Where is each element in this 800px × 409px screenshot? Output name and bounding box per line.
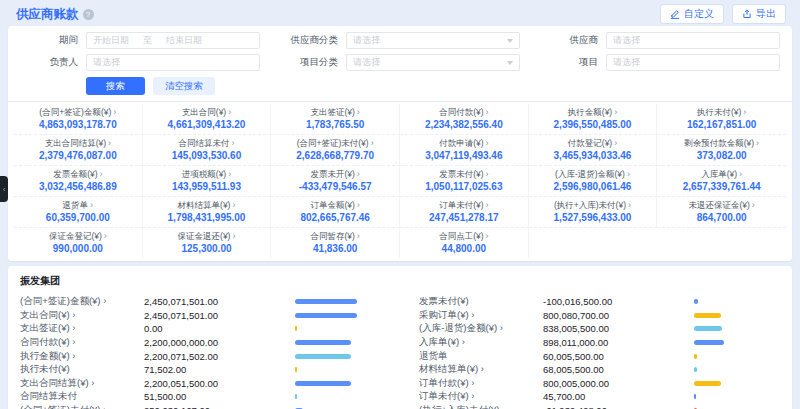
kpi-tile-value[interactable]: 2,379,476,087.00	[19, 150, 137, 161]
start-date-placeholder: 开始日期	[93, 34, 129, 47]
kpi-tile-value[interactable]: 990,000.00	[19, 243, 137, 254]
kpi-tile-value[interactable]: 247,451,278.17	[405, 212, 523, 223]
kpi-tile-value[interactable]: 2,596,980,061.46	[534, 181, 652, 192]
account-label[interactable]: 支出合同(¥) ›	[20, 309, 144, 322]
account-row: 订单付款(¥) ›800,005,000.00	[419, 377, 780, 391]
kpi-tile: 订单未付(¥)›247,451,278.17	[400, 197, 529, 228]
kpi-tile-value[interactable]: 143,959,511.93	[148, 181, 266, 192]
kpi-tile-value[interactable]: 3,047,119,493.46	[405, 150, 523, 161]
account-bar-track	[295, 394, 381, 399]
kpi-tile: 退货单›60,359,700.00	[14, 197, 143, 228]
account-label[interactable]: 订单付款(¥) ›	[419, 377, 543, 390]
kpi-tile-value[interactable]: 864,700.00	[662, 212, 781, 223]
account-label[interactable]: 合同付款(¥) ›	[20, 336, 144, 349]
kpi-tile: 发票未开(¥)›-433,479,546.57	[271, 166, 400, 197]
account-label[interactable]: 支出合同结算(¥) ›	[20, 377, 144, 390]
page-header: 供应商账款 自定义 导出	[0, 0, 800, 26]
filter-panel: 期间 开始日期 至 结束日期 供应商分类 请选择 供应商 请选择	[8, 26, 792, 101]
kpi-tile-label: 发票未开(¥)›	[276, 169, 394, 179]
kpi-tile-value[interactable]: 162,167,851.00	[662, 119, 781, 130]
account-value: 2,200,071,502.00	[144, 351, 218, 362]
kpi-tile-value[interactable]: 3,465,934,033.46	[534, 150, 652, 161]
kpi-tile-value[interactable]: 3,032,456,486.89	[19, 181, 137, 192]
date-range-input[interactable]: 开始日期 至 结束日期	[86, 32, 260, 49]
account-label[interactable]: 发票未付(¥)	[419, 295, 543, 308]
account-bar-track	[694, 354, 780, 359]
kpi-tile-label: (合同+签证)未付(¥)›	[276, 138, 394, 148]
kpi-tile-value[interactable]: 125,300.00	[148, 243, 266, 254]
kpi-tile-value[interactable]: 1,783,765.50	[276, 119, 394, 130]
kpi-tile-value[interactable]: -433,479,546.57	[276, 181, 394, 192]
kpi-tile-value[interactable]: 2,396,550,485.00	[534, 119, 652, 130]
account-label[interactable]: 采购订单(¥) ›	[419, 309, 543, 322]
kpi-tile-value[interactable]: 2,628,668,779.70	[276, 150, 394, 161]
account-label[interactable]: 材料结算单(¥) ›	[419, 363, 543, 376]
account-label[interactable]: (入库-退货)金额(¥) ›	[419, 322, 543, 335]
kpi-tile-value[interactable]: 373,082.00	[662, 150, 781, 161]
account-value: 800,005,000.00	[543, 378, 609, 389]
kpi-tile: 剩余预付款金额(¥)›373,082.00	[657, 135, 786, 166]
account-bar-track	[295, 326, 381, 331]
account-label[interactable]: 执行未付(¥)	[20, 363, 144, 376]
account-label[interactable]: 入库单(¥) ›	[419, 336, 543, 349]
kpi-tile-value[interactable]: 145,093,530.60	[148, 150, 266, 161]
account-bar-track	[694, 394, 780, 399]
search-button[interactable]: 搜索	[86, 77, 145, 95]
account-label[interactable]: (合同+签证)未付(¥) ›	[20, 404, 144, 409]
supplier-input[interactable]: 请选择	[606, 32, 780, 49]
owner-input[interactable]: 请选择	[86, 54, 260, 71]
chevron-right-icon: ›	[614, 107, 617, 117]
account-value: 0.00	[144, 323, 163, 334]
project-input[interactable]: 请选择	[606, 54, 780, 71]
chevron-right-icon: ›	[371, 138, 374, 148]
kpi-tile-value[interactable]: 2,234,382,556.40	[405, 119, 523, 130]
kpi-tile-value[interactable]: 44,800.00	[405, 243, 523, 254]
chevron-right-icon: ›	[104, 231, 107, 241]
customize-button[interactable]: 自定义	[660, 4, 724, 24]
help-icon[interactable]	[83, 9, 94, 20]
account-label[interactable]: (执行+入库)未付(¥)	[419, 404, 543, 409]
account-row: (执行+入库)未付(¥)-61,939,498.00	[419, 404, 780, 409]
kpi-tile-value[interactable]: 1,527,596,433.00	[534, 212, 652, 223]
kpi-tile-value[interactable]: 1,050,117,025.63	[405, 181, 523, 192]
kpi-tile-value[interactable]: 60,359,700.00	[19, 212, 137, 223]
supplier-placeholder: 请选择	[613, 34, 640, 47]
account-label[interactable]: 合同结算未付	[20, 390, 144, 403]
account-label[interactable]: 执行金额(¥) ›	[20, 350, 144, 363]
filter-grid: 期间 开始日期 至 结束日期 供应商分类 请选择 供应商 请选择	[20, 32, 780, 71]
export-button[interactable]: 导出	[732, 4, 786, 24]
drawer-toggle[interactable]	[0, 176, 8, 202]
kpi-tile-value[interactable]: 4,661,309,413.20	[148, 119, 266, 130]
account-value: 2,450,071,501.00	[144, 296, 218, 307]
kpi-tile: 材料结算单(¥)›1,798,431,995.00	[143, 197, 272, 228]
kpi-tile-value[interactable]: 802,665,767.46	[276, 212, 394, 223]
account-value: 800,080,700.00	[543, 310, 609, 321]
account-label[interactable]: 退货单	[419, 350, 543, 363]
supplier-category-select[interactable]: 请选择	[346, 32, 520, 49]
project-category-select[interactable]: 请选择	[346, 54, 520, 71]
kpi-tile-value[interactable]: 1,798,431,995.00	[148, 212, 266, 223]
field-label-period: 期间	[20, 34, 78, 47]
chevron-right-icon: ›	[231, 138, 234, 148]
account-label[interactable]: 支出签证(¥) ›	[20, 322, 144, 335]
kpi-tile-label: 合同点工(¥)›	[405, 231, 523, 241]
account-list-right: 发票未付(¥)-100,016,500.00采购订单(¥) ›800,080,7…	[419, 295, 780, 409]
clear-search-button[interactable]: 清空搜索	[153, 77, 215, 95]
chevron-right-icon: ›	[357, 200, 360, 210]
kpi-tile: 执行金额(¥)›2,396,550,485.00	[529, 104, 658, 135]
chevron-right-icon: ›	[486, 138, 489, 148]
account-bar-track	[694, 326, 780, 331]
account-label[interactable]: 订单未付(¥) ›	[419, 390, 543, 403]
account-label[interactable]: (合同+签证)金额(¥) ›	[20, 295, 144, 308]
kpi-tile-value[interactable]: 41,836.00	[276, 243, 394, 254]
kpi-tile-label: 剩余预付款金额(¥)›	[662, 138, 781, 148]
account-row: 入库单(¥) ›898,011,000.00	[419, 336, 780, 350]
kpi-tile: (入库-退货)金额(¥)›2,596,980,061.46	[529, 166, 658, 197]
kpi-tile: 支出合同(¥)›4,661,309,413.20	[143, 104, 272, 135]
account-value: 60,005,500.00	[543, 351, 604, 362]
kpi-tile-value[interactable]: 2,657,339,761.44	[662, 181, 781, 192]
kpi-tile-label: (执行+入库)未付(¥)›	[534, 200, 652, 210]
kpi-tile-value[interactable]: 4,863,093,178.70	[19, 119, 137, 130]
filter-field-owner: 负责人 请选择	[20, 54, 260, 71]
kpi-tile-label: 合同暂存(¥)›	[276, 231, 394, 241]
